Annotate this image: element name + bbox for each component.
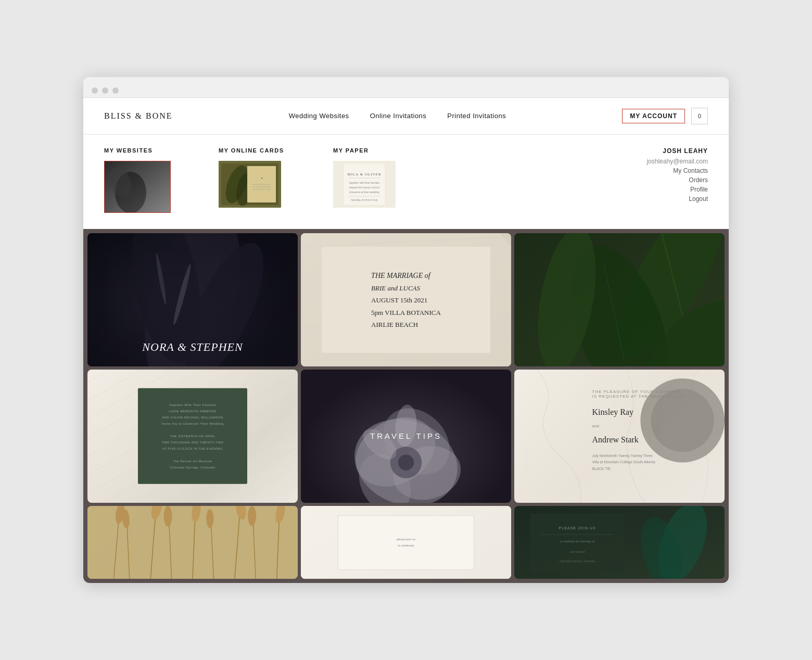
- white-cream-card-wrapper: please join usto celebrate: [301, 506, 511, 579]
- travel-tips-label: TRAVEL TIPS: [370, 431, 442, 440]
- tile-brie-lucas[interactable]: THE MARRIAGE of BRIE and LUCAS AUGUST 15…: [301, 233, 511, 366]
- marriage-text-line2: BRIE and LUCAS: [371, 282, 441, 294]
- kinsley-date: July Nineteenth Twenty Twenty Three: [592, 454, 653, 458]
- tile-nora-stephen[interactable]: NORA & STEPHEN: [87, 233, 298, 366]
- nav-link-online-invitations[interactable]: Online Invitations: [370, 112, 427, 120]
- green-invitation-card: Together With Their Families LADIE MERED…: [138, 388, 247, 484]
- my-online-cards-section: MY ONLINE CARDS ✦: [219, 147, 333, 208]
- svg-point-62: [206, 509, 213, 528]
- kinsley-note: BLACK TIE: [592, 467, 611, 471]
- my-websites-section: MY WEBSITES: [104, 147, 219, 213]
- tile-travel-tips[interactable]: TRAVEL TIPS: [301, 370, 511, 503]
- nav-right: MY ACCOUNT 0: [622, 108, 708, 124]
- kinsley-name: Kinsley Ray: [592, 403, 708, 421]
- logout-link[interactable]: Logout: [646, 195, 708, 202]
- hero-section: NORA & STEPHEN THE MARRIAGE of BRIE and …: [83, 229, 729, 583]
- cart-button[interactable]: 0: [691, 108, 708, 124]
- browser-window: BLISS & BONE Wedding Websites Online Inv…: [83, 77, 729, 583]
- svg-text:together with their families: together with their families: [349, 181, 380, 184]
- account-email: joshleahy@email.com: [646, 158, 708, 165]
- paper-preview: MILA & OLIVER together with their famili…: [333, 161, 396, 208]
- green-invitation-text: Together With Their Families LADIE MERED…: [161, 402, 223, 471]
- online-card-preview: ✦: [219, 161, 281, 208]
- brie-lucas-text: THE MARRIAGE of BRIE and LUCAS AUGUST 15…: [371, 269, 441, 331]
- cart-count: 0: [698, 113, 701, 119]
- browser-dot-1: [92, 87, 98, 94]
- my-websites-thumbnail[interactable]: [104, 161, 171, 213]
- nav-link-printed-invitations[interactable]: Printed Invitations: [447, 112, 506, 120]
- profile-link[interactable]: Profile: [646, 186, 708, 193]
- kinsley-details: July Nineteenth Twenty Twenty Three Vill…: [592, 453, 708, 473]
- andrew-name: Andrew Stark: [592, 430, 708, 449]
- kinsley-small-text: THE PLEASURE OF YOUR COMPANYIS REQUESTED…: [592, 389, 708, 399]
- nora-stephen-names-overlay: NORA & STEPHEN: [87, 340, 298, 354]
- svg-text:PLEASE JOIN US: PLEASE JOIN US: [559, 526, 595, 530]
- marriage-text-line4: 5pm VILLA BOTANICA: [371, 307, 441, 319]
- website-preview-image: [105, 161, 171, 213]
- svg-text:to celebrate the marriage of: to celebrate the marriage of: [560, 540, 595, 543]
- travel-tips-text-overlay: TRAVEL TIPS: [370, 431, 442, 441]
- grass-bg-svg: [87, 506, 298, 579]
- kinsley-and: and: [592, 424, 708, 428]
- svg-text:MILA & OLIVER: MILA & OLIVER: [347, 172, 381, 176]
- marriage-text-line3: AUGUST 15th 2021: [371, 294, 441, 306]
- browser-chrome: [83, 77, 729, 98]
- my-websites-title: MY WEBSITES: [104, 147, 203, 154]
- marriage-text-line5: AIRLIE BEACH: [371, 319, 441, 331]
- svg-text:request the honour of your: request the honour of your: [349, 186, 380, 189]
- my-account-button[interactable]: MY ACCOUNT: [622, 109, 685, 123]
- green-plants-bg: [514, 233, 725, 366]
- tile-green-invitation[interactable]: Together With Their Families LADIE MERED…: [87, 370, 298, 503]
- paper-thumbnail[interactable]: MILA & OLIVER together with their famili…: [333, 161, 396, 208]
- dark-green-bg-svg: PLEASE JOIN US to celebrate the marriage…: [514, 506, 725, 579]
- marriage-text-line1: THE MARRIAGE of: [371, 269, 441, 282]
- brand-logo[interactable]: BLISS & BONE: [104, 111, 173, 121]
- kinsley-venue: Villa at Mountain College South Alberta: [592, 460, 655, 464]
- tile-kinsley-andrew[interactable]: THE PLEASURE OF YOUR COMPANYIS REQUESTED…: [514, 370, 725, 503]
- online-cards-thumbnail[interactable]: ✦: [219, 161, 281, 208]
- svg-text:presence at their wedding: presence at their wedding: [349, 191, 379, 194]
- browser-dot-3: [112, 87, 119, 94]
- white-cream-inner-card: please join usto celebrate: [338, 515, 475, 570]
- svg-text:Colorado Springs, Colorado: Colorado Springs, Colorado: [560, 560, 595, 563]
- white-cream-text: please join usto celebrate: [397, 536, 416, 549]
- svg-point-58: [163, 506, 172, 527]
- nav-center: Wedding Websites Online Invitations Prin…: [289, 112, 506, 120]
- svg-text:Saturday, the first of June: Saturday, the first of June: [351, 199, 378, 201]
- tile-dark-green-card[interactable]: PLEASE JOIN US to celebrate the marriage…: [514, 506, 725, 579]
- nav-link-wedding-websites[interactable]: Wedding Websites: [289, 112, 349, 120]
- svg-point-66: [248, 506, 256, 526]
- orders-link[interactable]: Orders: [646, 176, 708, 184]
- nora-stephen-names: NORA & STEPHEN: [142, 340, 243, 353]
- navbar: BLISS & BONE Wedding Websites Online Inv…: [83, 98, 729, 134]
- browser-dot-2: [102, 87, 108, 94]
- kinsley-andrew-text: THE PLEASURE OF YOUR COMPANYIS REQUESTED…: [592, 389, 708, 472]
- tile-white-cream[interactable]: please join usto celebrate: [301, 506, 511, 579]
- my-paper-title: MY PAPER: [333, 147, 432, 154]
- brie-lucas-card: THE MARRIAGE of BRIE and LUCAS AUGUST 15…: [322, 247, 490, 353]
- tile-grass[interactable]: [87, 506, 298, 579]
- my-paper-section: MY PAPER MILA & OLIVER together with the…: [333, 147, 448, 208]
- account-name: JOSH LEAHY: [646, 147, 708, 155]
- account-section: JOSH LEAHY joshleahy@email.com My Contac…: [646, 147, 708, 205]
- tile-green-plants[interactable]: [514, 233, 725, 366]
- svg-point-45: [398, 454, 414, 470]
- account-dropdown: MY WEBSITES MY ONLINE CAR: [83, 134, 729, 229]
- svg-text:✦: ✦: [261, 177, 263, 180]
- my-contacts-link[interactable]: My Contacts: [646, 167, 708, 174]
- my-online-cards-title: MY ONLINE CARDS: [219, 147, 318, 154]
- svg-text:our beloved: our beloved: [570, 550, 585, 553]
